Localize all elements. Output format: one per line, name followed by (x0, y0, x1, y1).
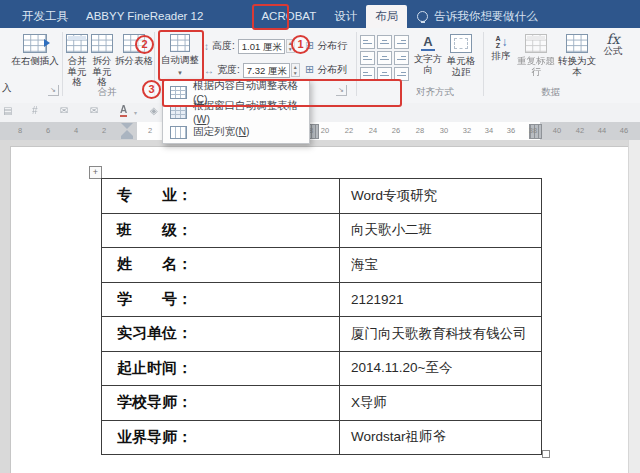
pen-color-icon[interactable]: ◈ (150, 105, 158, 116)
table-row: 学校导师：X导师 (102, 386, 542, 421)
table-value-cell[interactable]: 厦门向天歌教育科技有钱公司 (340, 317, 542, 352)
button-label: 单元格 (64, 67, 90, 88)
tell-me-label: 告诉我你想要做什么 (434, 9, 538, 24)
font-color-icon[interactable]: A (120, 105, 127, 117)
chevron-down-icon: ▾ (134, 109, 137, 116)
align-cell-icon[interactable] (377, 35, 392, 49)
convert-to-text-icon (566, 34, 588, 53)
split-cells-icon (91, 34, 113, 53)
align-cell-icon[interactable] (394, 35, 409, 49)
ruler-number: 30 (440, 126, 448, 135)
ruler-number: 20 (321, 126, 329, 135)
row-height-stepper[interactable]: ▲▼ (286, 39, 295, 53)
row-height-input[interactable]: 1.01 厘米 (238, 39, 285, 54)
formula-button[interactable]: fx 公式 (598, 29, 628, 101)
ruler-number: 42 (576, 126, 584, 135)
ruler-number: 38 (529, 126, 537, 135)
distribute-rows-button[interactable]: ⊞ 分布行 (305, 38, 347, 53)
ruler-number: 36 (507, 126, 515, 135)
merge-group-label: 合并 (98, 86, 117, 99)
distribute-columns-button[interactable]: ⊞ 分布列 (305, 62, 347, 77)
document-area: + 专 业：Word专项研究班 级：向天歌小二班姓 名：海宝学 号：212192… (0, 140, 640, 473)
ruler-number: 22 (345, 126, 353, 135)
button-label: 拆分 (89, 56, 115, 67)
table-label-cell[interactable]: 专 业： (102, 179, 340, 214)
align-cell-icon[interactable] (394, 51, 409, 65)
split-table-button[interactable]: 拆分表格 (113, 29, 155, 101)
table-row: 班 级：向天歌小二班 (102, 213, 542, 248)
sort-icon: AZ↓ (489, 35, 513, 49)
menu-item-N[interactable]: 固定列宽(N) (163, 122, 309, 142)
align-cell-icon[interactable] (394, 67, 409, 81)
ruler-number: 40 (553, 126, 561, 135)
split-table-icon (123, 34, 145, 53)
table-value-cell[interactable]: Word专项研究 (340, 179, 542, 214)
vertical-scrollbar[interactable] (628, 140, 640, 473)
align-cell-icon[interactable] (360, 67, 375, 81)
align-cell-icon[interactable] (360, 51, 375, 65)
table-resize-handle[interactable] (542, 450, 550, 458)
ruler-number: 8 (18, 126, 22, 135)
table-value-cell[interactable]: 2121921 (340, 282, 542, 317)
column-width-input[interactable]: 7.32 厘米 (243, 63, 290, 78)
horizontal-ruler: 86422182022242628303234363840424446 (0, 122, 640, 140)
chevron-down-icon: ▼ (160, 68, 200, 79)
table-row: 起止时间：2014.11.20~至今 (102, 351, 542, 386)
align-cell-icon[interactable] (377, 51, 392, 65)
stamp-icon[interactable]: ✉ (90, 105, 98, 116)
table-label-cell[interactable]: 学 号： (102, 282, 340, 317)
table-value-cell[interactable]: 海宝 (340, 248, 542, 283)
row-height-icon: ↕ (204, 41, 209, 52)
convert-to-text-button[interactable]: 转换为文本 (555, 29, 599, 101)
tab-布局[interactable]: 布局 (366, 5, 407, 28)
cell-size-dialog-launcher[interactable]: ↘ (336, 85, 347, 96)
indent-marker[interactable] (120, 123, 134, 139)
tab-ACROBAT[interactable]: ACROBAT (252, 5, 325, 28)
button-label: 单元格 (89, 67, 115, 88)
repeat-header-icon (525, 34, 547, 53)
ruler-number: 44 (598, 126, 606, 135)
table-label-cell[interactable]: 起止时间： (102, 351, 340, 386)
align-cell-icon[interactable] (377, 67, 392, 81)
table-label-cell[interactable]: 学校导师： (102, 386, 340, 421)
table-label-cell[interactable]: 姓 名： (102, 248, 340, 283)
tab-ABBYY FineReader 12[interactable]: ABBYY FineReader 12 (77, 5, 212, 28)
hash-icon[interactable]: # (32, 105, 38, 116)
align-cell-icon[interactable] (360, 35, 375, 49)
table-label-cell[interactable]: 班 级： (102, 213, 340, 248)
table-label-cell[interactable]: 业界导师： (102, 420, 340, 455)
merge-cells-button[interactable]: 合并单元格 (64, 29, 90, 101)
column-width-control: ↔ 宽度: 7.32 厘米 ▲▼ (204, 62, 300, 78)
autofit-dropdown-menu: 根据内容自动调整表格(C)根据窗口自动调整表格(W)固定列宽(N) (162, 79, 310, 144)
table-value-cell[interactable]: X导师 (340, 386, 542, 421)
menu-item-W[interactable]: 根据窗口自动调整表格(W) (163, 102, 309, 122)
ruler-number: 2 (102, 126, 106, 135)
tab-开发工具[interactable]: 开发工具 (13, 5, 77, 28)
table-row: 实习单位：厦门向天歌教育科技有钱公司 (102, 317, 542, 352)
border-icon[interactable]: ▤ (3, 105, 12, 116)
distribute-columns-icon: ⊞ (305, 63, 314, 76)
fixed-width-icon (170, 126, 187, 139)
table-value-cell[interactable]: 2014.11.20~至今 (340, 351, 542, 386)
autofit-window-icon (170, 106, 187, 119)
ruler-number: 26 (392, 126, 400, 135)
tab-list: 开发工具ABBYY FineReader 12ACROBAT设计布局告诉我你想要… (13, 5, 538, 28)
insert-right-icon (23, 34, 47, 53)
text-direction-icon: A (421, 34, 435, 51)
table-label-cell[interactable]: 实习单位： (102, 317, 340, 352)
tell-me-box[interactable]: 告诉我你想要做什么 (417, 9, 538, 24)
table-value-cell[interactable]: Wordstar祖师爷 (340, 420, 542, 455)
mini-toolbar: ▤#✉✉A▾◈▾≡⇅ (0, 103, 640, 122)
table-value-cell[interactable]: 向天歌小二班 (340, 213, 542, 248)
menu-item-label: 固定列宽(N) (193, 125, 250, 139)
student-info-table: 专 业：Word专项研究班 级：向天歌小二班姓 名：海宝学 号：2121921实… (101, 178, 542, 455)
stamp-icon[interactable]: ✉ (60, 105, 68, 116)
data-group-label: 数据 (542, 86, 561, 99)
autofit-icon (170, 34, 190, 52)
column-width-stepper[interactable]: ▲▼ (291, 63, 300, 77)
button-label: 边距 (443, 67, 479, 78)
tab-设计[interactable]: 设计 (325, 5, 366, 28)
table-row: 专 业：Word专项研究 (102, 179, 542, 214)
sort-button[interactable]: AZ↓ 排序 (488, 29, 514, 101)
rows-columns-dialog-launcher[interactable]: ↘ (48, 85, 59, 96)
